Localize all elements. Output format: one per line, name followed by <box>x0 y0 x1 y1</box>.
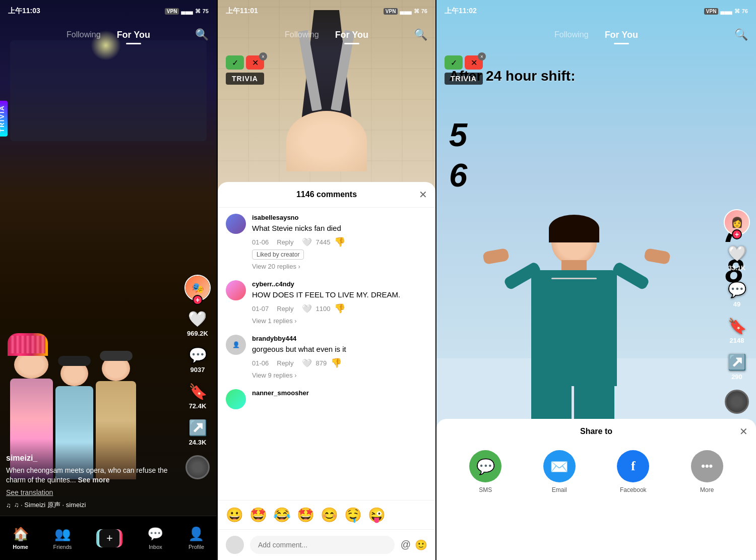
comment-count-1: 9037 <box>191 366 205 374</box>
trivia-badge-3[interactable]: ✓ ✕ × TRIVIA <box>445 55 483 85</box>
description-1: When cheongsam meets opera, who can refu… <box>6 466 181 485</box>
see-translation-1[interactable]: See translation <box>6 488 181 496</box>
music-disc-3 <box>725 390 749 414</box>
dislike-icon-3[interactable]: 👎 <box>331 357 342 368</box>
emoji-laugh[interactable]: 😂 <box>273 507 291 523</box>
comment-item-1: isabellesaysno What Stevie nicks fan die… <box>226 214 427 270</box>
avatar-4[interactable] <box>226 389 246 409</box>
emoji-wink[interactable]: 😜 <box>368 507 386 523</box>
share-control-3[interactable]: ↗️ 290 <box>728 353 746 381</box>
share-email[interactable]: ✉️ Email <box>543 450 576 493</box>
tab-profile-label: Profile <box>188 544 204 550</box>
comment-input-bar: @ 🙂 <box>218 529 435 560</box>
liked-by-creator-badge: Liked by creator <box>252 250 304 260</box>
like-control-3[interactable]: 🤍 33.1K <box>728 244 746 272</box>
comment-body-4: nanner_smoosher <box>252 389 427 409</box>
comment-icon-1: 💬 <box>188 346 207 364</box>
like-control-1[interactable]: 🤍 969.2K <box>187 310 208 337</box>
nav-following-2[interactable]: Following <box>277 26 327 43</box>
like-count-c2: 1100 <box>316 305 331 313</box>
comment-input[interactable] <box>250 536 395 554</box>
nav-foryou-3[interactable]: For You <box>597 26 646 44</box>
like-icon-1[interactable]: 🤍 <box>302 237 312 247</box>
tab-inbox[interactable]: 💬 Inbox <box>147 526 163 550</box>
share-more[interactable]: ••• More <box>691 450 723 493</box>
view-replies-3[interactable]: View 9 replies › <box>252 371 427 379</box>
reply-button-3[interactable]: Reply <box>277 359 293 367</box>
avatar-1[interactable] <box>226 214 246 234</box>
share-facebook[interactable]: f Facebook <box>617 450 649 493</box>
emoji-smile[interactable]: 😊 <box>321 507 338 523</box>
trivia-check-icon-3: ✓ <box>445 55 463 70</box>
profile-icon: 👤 <box>188 526 204 542</box>
tab-add[interactable]: + <box>96 529 122 547</box>
avatar-3[interactable]: 👤 <box>226 335 246 355</box>
at-icon[interactable]: @ <box>401 539 411 551</box>
username-1: simeizi_ <box>6 454 181 463</box>
emoji-drool[interactable]: 🤤 <box>344 507 362 523</box>
like-count-1: 969.2K <box>187 330 208 337</box>
comment-control-1[interactable]: 💬 9037 <box>188 346 207 374</box>
trivia-check-icon-2: ✓ <box>226 55 244 70</box>
dislike-icon-1[interactable]: 👎 <box>334 236 345 247</box>
search-icon-1[interactable]: 🔍 <box>195 28 209 41</box>
comment-item-4: nanner_smoosher <box>226 389 427 409</box>
nav-following-3[interactable]: Following <box>546 26 597 43</box>
tab-home[interactable]: 🏠 Home <box>13 526 29 550</box>
trivia-close-2[interactable]: × <box>259 52 267 60</box>
avatar-2[interactable] <box>226 280 246 300</box>
like-count-c3: 879 <box>316 359 327 367</box>
tab-friends[interactable]: 👥 Friends <box>53 526 72 550</box>
status-icons-2: VPN ▄▄▄ ⌘ 76 <box>384 8 427 15</box>
like-icon-2[interactable]: 🤍 <box>302 304 312 314</box>
comments-close-button[interactable]: ✕ <box>419 189 427 201</box>
creator-avatar-1[interactable]: 🎭 + <box>184 275 211 301</box>
comment-actions-3: 🤍 879 👎 <box>302 357 342 368</box>
trivia-badge-2[interactable]: ✓ ✕ × TRIVIA <box>226 55 264 85</box>
add-button[interactable]: + <box>96 529 122 547</box>
emoji-picker-icon[interactable]: 🙂 <box>415 539 427 551</box>
tab-inbox-label: Inbox <box>149 544 162 550</box>
comment-item-2: cyberr..c4ndy HOW DOES IT FEEL TO LIVE M… <box>226 280 427 325</box>
status-bar-1: 上午11:03 VPN ▄▄▄ ⌘ 75 <box>0 0 217 22</box>
view-replies-1[interactable]: View 20 replies › <box>252 263 427 270</box>
music-info-1: ♫ ♫ · Simeizi 原声 · simeizi <box>6 501 181 510</box>
dislike-icon-2[interactable]: 👎 <box>334 303 345 314</box>
emoji-star-eyes[interactable]: 🤩 <box>249 507 267 523</box>
comment-text-2: HOW DOES IT FEEL TO LIVE MY. DREAM. <box>252 289 427 300</box>
follow-button-3[interactable]: + <box>732 229 742 239</box>
reply-button-1[interactable]: Reply <box>277 238 293 246</box>
status-time-3: 上午11:02 <box>445 7 477 16</box>
emoji-wow[interactable]: 🤩 <box>297 507 314 523</box>
nav-foryou-1[interactable]: For You <box>109 26 158 44</box>
see-more-1[interactable]: See more <box>78 476 109 484</box>
view-replies-2[interactable]: View 1 replies › <box>252 317 427 325</box>
status-bar-2: 上午11:01 VPN ▄▄▄ ⌘ 76 <box>218 0 435 22</box>
nav-foryou-2[interactable]: For You <box>327 26 376 44</box>
tab-friends-label: Friends <box>53 544 72 550</box>
more-icon: ••• <box>691 450 723 482</box>
comment-actions-1: 🤍 7445 👎 <box>302 236 346 247</box>
bookmark-control-1[interactable]: 🔖 72.4K <box>188 383 207 410</box>
comments-list: isabellesaysno What Stevie nicks fan die… <box>218 208 435 500</box>
follow-button-1[interactable]: + <box>193 295 203 305</box>
emoji-grin[interactable]: 😀 <box>226 507 243 523</box>
comment-meta-1: 01-06 Reply 🤍 7445 👎 <box>252 236 427 247</box>
share-control-1[interactable]: ↗️ 24.3K <box>188 419 207 446</box>
search-icon-3[interactable]: 🔍 <box>734 28 748 41</box>
reply-button-2[interactable]: Reply <box>277 305 293 313</box>
trivia-close-3[interactable]: × <box>478 52 486 60</box>
nav-following-1[interactable]: Following <box>58 26 109 43</box>
bookmark-count-3: 2148 <box>730 337 744 344</box>
creator-avatar-3[interactable]: 👩 + <box>724 209 750 235</box>
facebook-label: Facebook <box>620 486 647 493</box>
comment-meta-3: 01-06 Reply 🤍 879 👎 <box>252 357 427 368</box>
tab-profile[interactable]: 👤 Profile <box>188 526 204 550</box>
search-icon-2[interactable]: 🔍 <box>414 28 427 41</box>
comment-control-3[interactable]: 💬 49 <box>728 281 746 308</box>
like-icon-3[interactable]: 🤍 <box>302 358 312 368</box>
share-close-button[interactable]: ✕ <box>739 425 748 438</box>
plus-icon: + <box>99 529 119 547</box>
share-sms[interactable]: 💬 SMS <box>469 450 501 493</box>
bookmark-control-3[interactable]: 🔖 2148 <box>728 317 746 344</box>
